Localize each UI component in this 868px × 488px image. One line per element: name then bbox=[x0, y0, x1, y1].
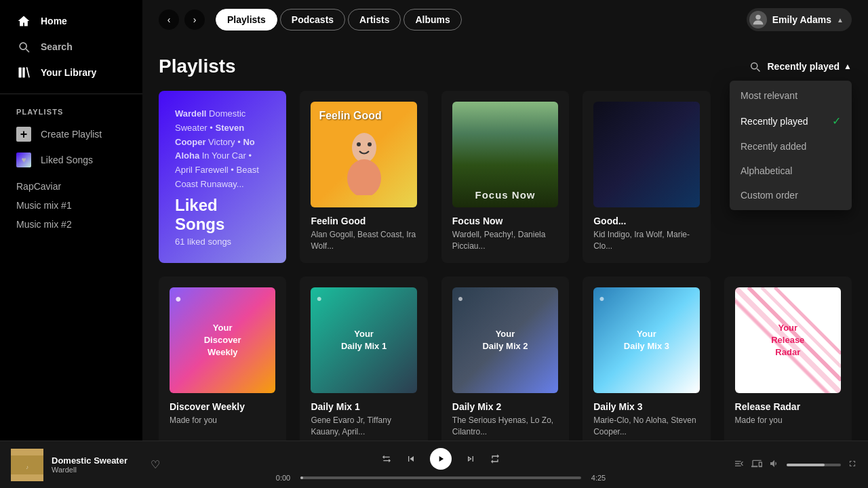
focus-now-text: Focus Now bbox=[475, 189, 535, 201]
repeat-button[interactable] bbox=[490, 453, 500, 464]
shuffle-button[interactable] bbox=[381, 453, 392, 464]
heart-button[interactable]: ♡ bbox=[151, 458, 160, 471]
search-icon bbox=[16, 39, 31, 54]
sidebar: Home Search Your Library bbox=[0, 0, 142, 441]
sort-custom-order[interactable]: Custom order bbox=[730, 183, 852, 207]
filter-area: Recently played ▲ Most relevant Recently… bbox=[749, 60, 852, 73]
chevron-down-icon: ▲ bbox=[837, 16, 844, 24]
liked-songs-nav[interactable]: ♥ Liked Songs bbox=[0, 147, 142, 173]
player-artist-name: Wardell bbox=[52, 466, 142, 474]
volume-button[interactable] bbox=[769, 458, 780, 472]
username: Emily Adams bbox=[772, 14, 831, 25]
liked-songs-title: Liked Songs bbox=[175, 196, 270, 234]
svg-point-3 bbox=[751, 63, 757, 69]
playlists-page: Playlists Recently played ▲ bbox=[142, 39, 868, 441]
sidebar-playlist-musicmix2[interactable]: Music mix #2 bbox=[16, 216, 126, 232]
focus-now-title: Focus Now bbox=[452, 216, 558, 226]
good-vibes-card[interactable]: Good... Kid Indigo, Ira Wolf, Marie-Clo.… bbox=[583, 91, 710, 263]
player-track-info: ♪ Domestic Sweater Wardell ♡ bbox=[11, 449, 160, 481]
sidebar-playlist-rapcaviar[interactable]: RapCaviar bbox=[16, 178, 126, 195]
checkmark-icon: ✓ bbox=[832, 115, 841, 127]
feelin-good-cover: Feelin Good bbox=[311, 102, 416, 207]
daily-mix-1-title: Daily Mix 1 bbox=[311, 401, 416, 412]
tab-podcasts[interactable]: Podcasts bbox=[280, 9, 345, 30]
chevron-up-icon: ▲ bbox=[844, 62, 852, 71]
feelin-good-card[interactable]: Feelin Good Feelin Good Alan Gogoll, Bea… bbox=[300, 91, 427, 263]
sidebar-item-home[interactable]: Home bbox=[8, 8, 134, 34]
play-button[interactable] bbox=[430, 448, 452, 470]
player-track-name: Domestic Sweater bbox=[52, 455, 142, 466]
daily-mix-3-subtitle: Marie-Clo, No Aloha, Steven Cooper... bbox=[593, 415, 699, 438]
discover-weekly-title: Discover Weekly bbox=[170, 401, 275, 412]
discover-weekly-cover: ● YourDiscoverWeekly bbox=[170, 287, 275, 393]
liked-songs-card[interactable]: Wardell Domestic Sweater • Steven Cooper… bbox=[159, 91, 286, 263]
daily-mix-3-title: Daily Mix 3 bbox=[593, 401, 699, 412]
volume-fill bbox=[787, 464, 825, 466]
library-icon bbox=[16, 65, 31, 80]
sort-recently-played[interactable]: Recently played ✓ bbox=[730, 108, 852, 134]
current-time: 0:00 bbox=[271, 474, 295, 482]
playlist-list: RapCaviar Music mix #1 Music mix #2 bbox=[0, 173, 142, 238]
svg-text:♪: ♪ bbox=[26, 464, 28, 470]
sort-most-relevant[interactable]: Most relevant bbox=[730, 83, 852, 108]
svg-point-7 bbox=[357, 142, 361, 146]
next-button[interactable] bbox=[465, 453, 476, 464]
daily-mix-2-card[interactable]: ● YourDaily Mix 2 Daily Mix 2 The Seriou… bbox=[441, 277, 569, 441]
sort-dropdown-menu: Most relevant Recently played ✓ Recently… bbox=[730, 81, 852, 210]
tab-albums[interactable]: Albums bbox=[403, 9, 461, 30]
total-time: 4:25 bbox=[587, 474, 610, 482]
liked-songs-count: 61 liked songs bbox=[175, 237, 270, 247]
daily-mix-2-title: Daily Mix 2 bbox=[452, 401, 558, 412]
daily-mix-2-subtitle: The Serious Hyenas, Lo Zo, Cilantro... bbox=[452, 415, 558, 438]
playlists-section-label: PLAYLISTS bbox=[0, 102, 142, 121]
focus-now-card[interactable]: Focus Now Focus Now Wardell, Peachy!, Da… bbox=[441, 91, 569, 263]
avatar bbox=[749, 11, 767, 28]
release-radar-title: Release Radar bbox=[735, 401, 841, 412]
svg-rect-1 bbox=[22, 68, 24, 78]
sort-dropdown-button[interactable]: Recently played ▲ bbox=[768, 61, 852, 72]
tab-playlists[interactable]: Playlists bbox=[216, 9, 277, 30]
fullscreen-button[interactable] bbox=[848, 459, 857, 471]
back-button[interactable]: ‹ bbox=[159, 9, 179, 30]
progress-track[interactable] bbox=[300, 476, 581, 479]
forward-button[interactable]: › bbox=[184, 9, 205, 30]
sidebar-nav: Home Search Your Library bbox=[0, 8, 142, 85]
sidebar-item-library[interactable]: Your Library bbox=[8, 60, 134, 85]
topbar: ‹ › Playlists Podcasts Artists Albums Em… bbox=[142, 0, 868, 39]
progress-fill bbox=[300, 476, 303, 479]
discover-weekly-subtitle: Made for you bbox=[170, 415, 275, 426]
previous-button[interactable] bbox=[406, 453, 416, 464]
release-radar-text: YourReleaseRadar bbox=[771, 322, 804, 359]
search-filter-button[interactable] bbox=[749, 60, 761, 73]
player-bar: ♪ Domestic Sweater Wardell ♡ bbox=[0, 441, 868, 488]
svg-line-4 bbox=[757, 68, 760, 71]
volume-slider[interactable] bbox=[787, 464, 841, 466]
sidebar-playlist-musicmix1[interactable]: Music mix #1 bbox=[16, 197, 126, 214]
liked-songs-bg-text: Wardell Domestic Sweater • Steven Cooper… bbox=[175, 107, 270, 192]
sort-recently-added[interactable]: Recently added bbox=[730, 134, 852, 159]
release-radar-card[interactable]: YourReleaseRadar Release Radar Made for … bbox=[724, 277, 852, 441]
create-playlist-button[interactable]: + Create Playlist bbox=[0, 121, 142, 147]
sort-alphabetical[interactable]: Alphabetical bbox=[730, 159, 852, 183]
page-header: Playlists Recently played ▲ bbox=[159, 56, 852, 77]
focus-now-cover: Focus Now bbox=[452, 102, 558, 207]
sidebar-item-search[interactable]: Search bbox=[8, 34, 134, 60]
queue-button[interactable] bbox=[734, 458, 745, 472]
tab-artists[interactable]: Artists bbox=[348, 9, 401, 30]
daily-mix-3-cover: ● YourDaily Mix 3 bbox=[593, 287, 699, 393]
user-menu[interactable]: Emily Adams ▲ bbox=[747, 8, 852, 31]
liked-songs-info: Liked Songs 61 liked songs bbox=[175, 196, 270, 247]
devices-button[interactable] bbox=[751, 458, 762, 472]
daily-mix-1-card[interactable]: ● YourDaily Mix 1 Daily Mix 1 Gene Evaro… bbox=[300, 277, 427, 441]
playlists-grid-2: ● YourDiscoverWeekly Discover Weekly Mad… bbox=[159, 277, 852, 441]
daily-mix-3-card[interactable]: ● YourDaily Mix 3 Daily Mix 3 Marie-Clo,… bbox=[583, 277, 710, 441]
discover-weekly-card[interactable]: ● YourDiscoverWeekly Discover Weekly Mad… bbox=[159, 277, 286, 441]
progress-bar-container: 0:00 4:25 bbox=[271, 474, 610, 482]
release-radar-cover: YourReleaseRadar bbox=[735, 287, 841, 393]
spotify-icon: ● bbox=[175, 293, 182, 305]
player-right bbox=[722, 458, 857, 472]
daily-mix-2-text: YourDaily Mix 2 bbox=[482, 328, 528, 352]
daily-mix-2-cover: ● YourDaily Mix 2 bbox=[452, 287, 558, 393]
player-track-details: Domestic Sweater Wardell bbox=[52, 455, 142, 474]
topbar-tabs: Playlists Podcasts Artists Albums bbox=[216, 9, 462, 30]
